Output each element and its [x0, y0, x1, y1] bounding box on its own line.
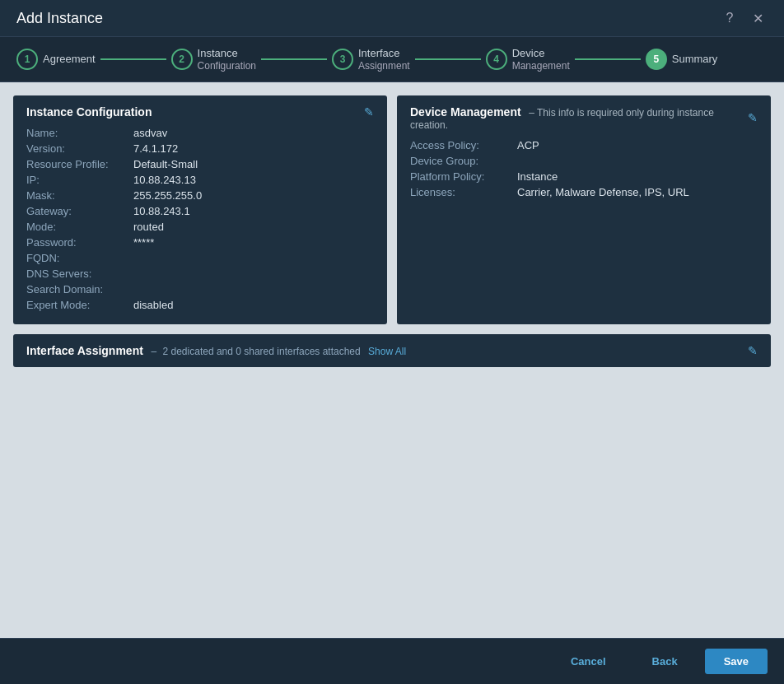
- instance-field-row-0: Name:asdvav: [26, 127, 374, 139]
- step-circle-2: 2: [171, 49, 193, 70]
- instance-config-title: Instance Configuration: [26, 105, 152, 119]
- interface-assignment-header: Interface Assignment – 2 dedicated and 0…: [26, 344, 758, 357]
- interface-assignment-info: – 2 dedicated and 0 shared interfaces at…: [151, 346, 406, 357]
- instance-field-row-6: Mode:routed: [26, 221, 374, 233]
- row-panels: Instance Configuration ✎ Name:asdvavVers…: [13, 95, 771, 324]
- step-line-2: [261, 58, 327, 60]
- instance-field-row-8: FQDN:: [26, 252, 374, 264]
- device-management-title: Device Management: [410, 105, 521, 119]
- interface-assignment-edit-icon[interactable]: ✎: [748, 344, 758, 357]
- modal-body: Instance Configuration ✎ Name:asdvavVers…: [0, 82, 784, 638]
- device-management-header: Device Management – This info is require…: [410, 105, 758, 131]
- instance-field-value-0: asdvav: [133, 127, 167, 139]
- modal-footer: Cancel Back Save: [0, 638, 784, 684]
- step-circle-4: 4: [486, 49, 507, 70]
- instance-field-row-2: Resource Profile:Default-Small: [26, 158, 374, 170]
- step-label-4: DeviceManagement: [512, 47, 570, 72]
- instance-field-label-8: FQDN:: [26, 252, 133, 264]
- add-instance-modal: Add Instance ? ✕ 1Agreement2InstanceConf…: [0, 0, 784, 684]
- step-circle-3: 3: [332, 49, 353, 70]
- instance-config-header: Instance Configuration ✎: [26, 105, 374, 119]
- instance-field-value-7: *****: [133, 236, 154, 249]
- wizard-step-4[interactable]: 4DeviceManagement: [486, 47, 570, 72]
- instance-field-value-6: routed: [133, 221, 164, 233]
- instance-field-value-5: 10.88.243.1: [133, 205, 190, 217]
- instance-field-value-1: 7.4.1.172: [133, 142, 178, 155]
- device-field-label-2: Platform Policy:: [410, 170, 517, 183]
- instance-field-value-3: 10.88.243.13: [133, 174, 196, 186]
- step-label-2: InstanceConfiguration: [198, 47, 256, 72]
- wizard-step-1[interactable]: 1Agreement: [16, 49, 96, 70]
- interface-assignment-panel: Interface Assignment – 2 dedicated and 0…: [13, 334, 771, 367]
- instance-field-row-5: Gateway:10.88.243.1: [26, 205, 374, 217]
- instance-field-row-4: Mask:255.255.255.0: [26, 189, 374, 202]
- interface-assignment-title: Interface Assignment: [26, 344, 143, 357]
- step-label-5: Summary: [672, 53, 718, 66]
- step-circle-5: 5: [646, 49, 667, 70]
- instance-field-label-9: DNS Servers:: [26, 268, 133, 280]
- device-field-label-0: Access Policy:: [410, 139, 517, 151]
- instance-field-value-2: Default-Small: [133, 158, 198, 170]
- header-icons: ? ✕: [720, 8, 768, 28]
- instance-field-label-3: IP:: [26, 174, 133, 186]
- step-line-4: [575, 58, 641, 60]
- instance-field-label-0: Name:: [26, 127, 133, 139]
- device-field-row-0: Access Policy:ACP: [410, 139, 758, 151]
- instance-field-label-2: Resource Profile:: [26, 158, 133, 170]
- instance-field-row-11: Expert Mode:disabled: [26, 299, 374, 311]
- device-field-row-2: Platform Policy:Instance: [410, 170, 758, 183]
- device-field-value-3: Carrier, Malware Defense, IPS, URL: [517, 186, 689, 198]
- instance-field-value-11: disabled: [133, 299, 173, 311]
- step-circle-1: 1: [16, 49, 38, 70]
- instance-field-label-4: Mask:: [26, 189, 133, 202]
- instance-field-label-5: Gateway:: [26, 205, 133, 217]
- device-field-value-2: Instance: [517, 170, 558, 183]
- save-button[interactable]: Save: [705, 649, 768, 674]
- device-field-label-1: Device Group:: [410, 155, 517, 167]
- instance-field-row-10: Search Domain:: [26, 283, 374, 295]
- modal-title: Add Instance: [16, 10, 103, 27]
- wizard-step-3[interactable]: 3InterfaceAssignment: [332, 47, 410, 72]
- close-button[interactable]: ✕: [748, 8, 768, 28]
- wizard-step-5[interactable]: 5Summary: [646, 49, 718, 70]
- device-management-title-group: Device Management – This info is require…: [410, 105, 748, 131]
- instance-field-label-7: Password:: [26, 236, 133, 249]
- instance-field-label-11: Expert Mode:: [26, 299, 133, 311]
- instance-config-panel: Instance Configuration ✎ Name:asdvavVers…: [13, 95, 387, 324]
- instance-field-label-1: Version:: [26, 142, 133, 155]
- step-label-1: Agreement: [43, 53, 96, 66]
- step-line-3: [415, 58, 481, 60]
- device-management-fields: Access Policy:ACPDevice Group:Platform P…: [410, 139, 758, 198]
- device-field-row-3: Licenses:Carrier, Malware Defense, IPS, …: [410, 186, 758, 198]
- device-management-edit-icon[interactable]: ✎: [748, 111, 758, 124]
- instance-field-row-7: Password:*****: [26, 236, 374, 249]
- instance-field-row-3: IP:10.88.243.13: [26, 174, 374, 186]
- device-management-panel: Device Management – This info is require…: [397, 95, 771, 324]
- modal-header: Add Instance ? ✕: [0, 0, 784, 37]
- back-button[interactable]: Back: [633, 649, 697, 674]
- device-field-row-1: Device Group:: [410, 155, 758, 167]
- step-line-1: [100, 58, 166, 60]
- device-field-label-3: Licenses:: [410, 186, 517, 198]
- interface-assignment-count: 2 dedicated and 0 shared interfaces atta…: [163, 346, 361, 357]
- instance-field-label-10: Search Domain:: [26, 283, 133, 295]
- device-field-value-0: ACP: [517, 139, 539, 151]
- instance-config-fields: Name:asdvavVersion:7.4.1.172Resource Pro…: [26, 127, 374, 311]
- step-label-3: InterfaceAssignment: [358, 47, 410, 72]
- instance-field-row-1: Version:7.4.1.172: [26, 142, 374, 155]
- cancel-button[interactable]: Cancel: [552, 649, 625, 674]
- interface-assignment-title-group: Interface Assignment – 2 dedicated and 0…: [26, 344, 406, 357]
- help-button[interactable]: ?: [720, 8, 740, 28]
- instance-field-label-6: Mode:: [26, 221, 133, 233]
- instance-field-row-9: DNS Servers:: [26, 268, 374, 280]
- wizard-steps: 1Agreement2InstanceConfiguration3Interfa…: [0, 37, 784, 82]
- instance-config-edit-icon[interactable]: ✎: [364, 105, 374, 119]
- show-all-link[interactable]: Show All: [368, 346, 406, 357]
- instance-field-value-4: 255.255.255.0: [133, 189, 202, 202]
- wizard-step-2[interactable]: 2InstanceConfiguration: [171, 47, 256, 72]
